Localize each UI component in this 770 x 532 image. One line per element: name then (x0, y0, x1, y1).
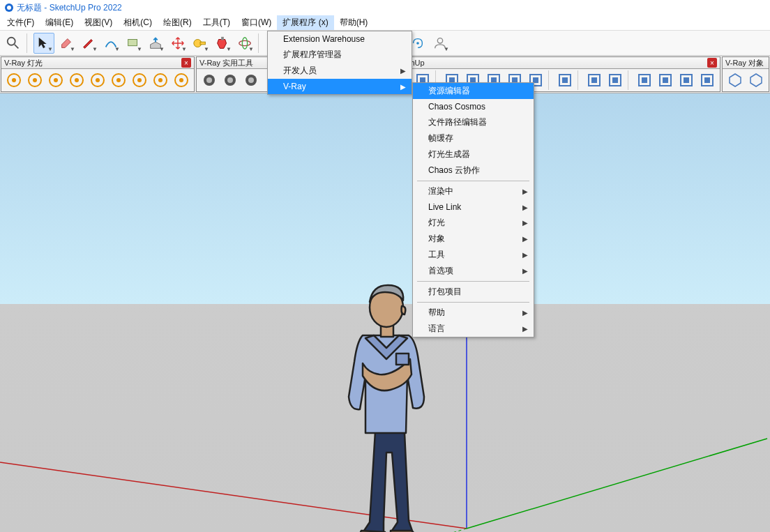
menu-7[interactable]: 扩展程序 (x) (277, 15, 333, 30)
rect-light-icon[interactable] (4, 70, 24, 90)
close-icon[interactable]: × (707, 58, 717, 68)
ext-item[interactable]: V-Ray▶ (268, 79, 412, 94)
pushpull-icon[interactable]: ▼ (145, 33, 166, 54)
chevron-right-icon: ▶ (522, 309, 528, 317)
chevron-right-icon: ▶ (522, 325, 528, 333)
c-icon[interactable] (677, 70, 696, 90)
svg-rect-6 (200, 42, 205, 45)
panel-title[interactable]: V-Ray 灯光 × (1, 57, 194, 69)
user-icon[interactable]: ▼ (430, 33, 451, 54)
vfb-icon[interactable] (555, 70, 575, 90)
dome-light-icon[interactable] (25, 70, 45, 90)
menu-bar[interactable]: 文件(F)编辑(E)视图(V)相机(C)绘图(R)工具(T)窗口(W)扩展程序 … (0, 15, 770, 31)
svg-rect-72 (396, 354, 409, 365)
ies-light-icon[interactable] (88, 70, 107, 90)
panel-vray-lights: V-Ray 灯光 × (1, 56, 195, 92)
light-mix-icon[interactable] (172, 70, 191, 90)
vray-item[interactable]: 灯光生成器 (413, 146, 534, 162)
title-bar: 无标题 - SketchUp Pro 2022 (0, 0, 770, 15)
svg-line-69 (467, 439, 767, 529)
chevron-right-icon: ▶ (400, 67, 406, 75)
vray-item[interactable]: Chaos 云协作 (413, 162, 534, 178)
orbit-icon[interactable]: ▼ (234, 33, 255, 54)
svg-point-37 (206, 77, 212, 83)
tape-icon[interactable]: ▼ (190, 33, 211, 54)
vray-item[interactable]: 渲染中▶ (413, 183, 534, 199)
svg-point-31 (137, 78, 142, 82)
svg-point-35 (179, 78, 183, 82)
util-c-icon[interactable] (241, 70, 261, 90)
rectangle-icon[interactable]: ▼ (123, 33, 144, 54)
vray-item[interactable]: 首选项▶ (413, 263, 534, 279)
submenu-vray[interactable]: 资源编辑器Chaos Cosmos文件路径编辑器帧缓存灯光生成器Chaos 云协… (412, 82, 534, 337)
arc-icon[interactable]: ▼ (100, 33, 121, 54)
vray-item[interactable]: 打包项目 (413, 284, 534, 300)
svg-point-2 (8, 37, 15, 45)
select-arrow-icon[interactable]: ▼ (33, 33, 54, 54)
panel-title[interactable]: V-Ray 对象 (723, 57, 769, 69)
vray-item[interactable]: 工具▶ (413, 247, 534, 263)
obj-b-icon[interactable] (746, 70, 766, 90)
search-icon[interactable] (3, 33, 24, 54)
chevron-right-icon: ▶ (400, 83, 406, 91)
vray-item[interactable]: Chaos Cosmos (413, 99, 534, 114)
vray-item[interactable]: 文件路径编辑器 (413, 114, 534, 130)
vray-item[interactable]: 帮助▶ (413, 305, 534, 321)
spot-light-icon[interactable] (67, 70, 86, 90)
omni-light-icon[interactable] (109, 70, 128, 90)
svg-point-41 (248, 77, 254, 83)
svg-rect-59 (612, 77, 618, 83)
vray-item[interactable]: 灯光▶ (413, 215, 534, 231)
vray-item[interactable]: 对象▶ (413, 231, 534, 247)
move-icon[interactable]: ▼ (167, 33, 188, 54)
menu-4[interactable]: 绘图(R) (158, 15, 197, 30)
cosmos-icon[interactable] (584, 70, 604, 90)
viewport[interactable] (0, 93, 770, 532)
vray-item[interactable]: 资源编辑器 (413, 83, 534, 99)
menu-2[interactable]: 视图(V) (79, 15, 118, 30)
svg-point-21 (33, 78, 37, 82)
svg-point-23 (54, 78, 58, 82)
svg-point-8 (239, 40, 251, 45)
vision-icon[interactable] (605, 70, 625, 90)
svg-point-9 (242, 37, 247, 49)
menu-8[interactable]: 帮助(H) (334, 15, 374, 30)
svg-point-27 (96, 78, 100, 82)
paint-icon[interactable]: ▼ (212, 33, 233, 54)
chevron-right-icon: ▶ (522, 251, 528, 259)
menu-5[interactable]: 工具(T) (197, 15, 236, 30)
sphere-light-icon[interactable] (46, 70, 66, 90)
menu-1[interactable]: 编辑(E) (40, 15, 79, 30)
svg-point-16 (416, 42, 419, 45)
util-a-icon[interactable] (199, 70, 219, 90)
a-icon[interactable] (635, 70, 654, 90)
eraser-icon[interactable]: ▼ (56, 33, 77, 54)
svg-rect-67 (704, 77, 710, 83)
vray-item[interactable]: Live Link▶ (413, 199, 534, 215)
svg-rect-65 (684, 77, 689, 83)
svg-line-3 (15, 44, 19, 48)
d-icon[interactable] (697, 70, 717, 90)
svg-point-25 (75, 78, 79, 82)
app-icon (4, 3, 14, 13)
ext-item[interactable]: 开发人员▶ (268, 63, 412, 79)
vray-item[interactable]: 语言▶ (413, 321, 534, 337)
ext-item[interactable]: Extension Warehouse (268, 31, 412, 47)
util-b-icon[interactable] (220, 70, 240, 90)
vray-item[interactable]: 帧缓存 (413, 130, 534, 146)
pencil-icon[interactable]: ▼ (78, 33, 99, 54)
ext-item[interactable]: 扩展程序管理器 (268, 47, 412, 63)
mesh-light-icon[interactable] (151, 70, 170, 90)
svg-point-29 (116, 78, 121, 82)
menu-extensions[interactable]: Extension Warehouse扩展程序管理器开发人员▶V-Ray▶ (267, 31, 412, 95)
b-icon[interactable] (656, 70, 675, 90)
close-icon[interactable]: × (181, 58, 191, 68)
svg-point-19 (12, 78, 16, 82)
svg-rect-7 (221, 36, 224, 40)
svg-point-17 (437, 38, 442, 43)
menu-3[interactable]: 相机(C) (118, 15, 158, 30)
obj-a-icon[interactable] (725, 70, 745, 90)
menu-6[interactable]: 窗口(W) (236, 15, 277, 30)
menu-0[interactable]: 文件(F) (1, 15, 40, 30)
sun-light-icon[interactable] (130, 70, 149, 90)
